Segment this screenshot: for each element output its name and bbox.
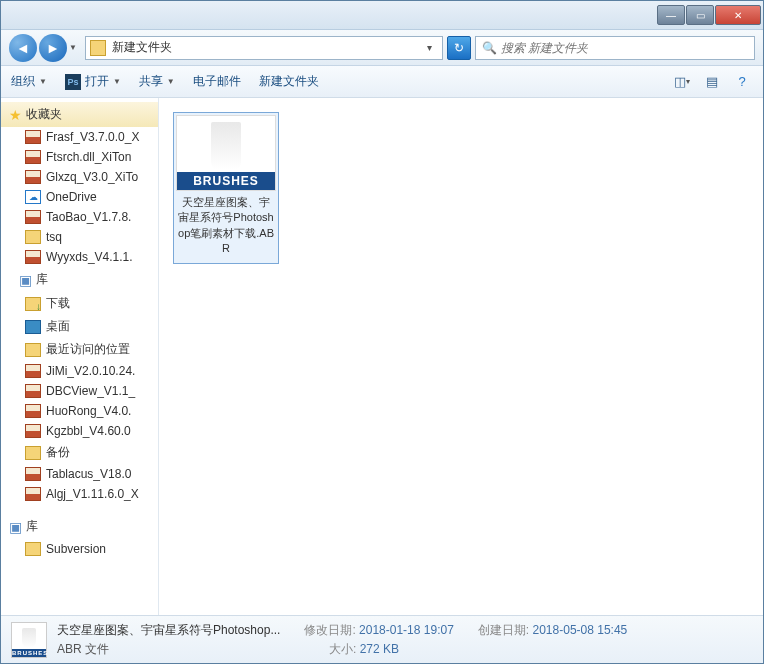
search-bar[interactable]: 🔍 <box>475 36 755 60</box>
sidebar-item[interactable]: Tablacus_V18.0 <box>1 464 158 484</box>
view-options-button[interactable]: ◫▾ <box>671 71 693 93</box>
sidebar-item[interactable]: TaoBao_V1.7.8. <box>1 207 158 227</box>
details-filetype: ABR 文件 <box>57 641 305 658</box>
sidebar-item[interactable]: 桌面 <box>1 315 158 338</box>
details-pane: BRUSHES 天空星座图案、宇宙星系符号Photoshop... 修改日期: … <box>1 615 763 663</box>
back-button[interactable]: ◄ <box>9 34 37 62</box>
rar-icon <box>25 487 41 501</box>
rar-icon <box>25 424 41 438</box>
sidebar-item[interactable]: Frasf_V3.7.0.0_X <box>1 127 158 147</box>
rar-icon <box>25 250 41 264</box>
libraries-group-2[interactable]: ▣库 <box>1 514 158 539</box>
rar-icon <box>25 364 41 378</box>
sidebar-item[interactable]: Algj_V1.11.6.0_X <box>1 484 158 504</box>
open-menu[interactable]: Ps打开▼ <box>65 73 121 90</box>
address-text: 新建文件夹 <box>112 39 420 56</box>
loc-icon <box>25 343 41 357</box>
libraries-group[interactable]: ▣库 <box>1 267 158 292</box>
sidebar: ★收藏夹 Frasf_V3.7.0.0_XFtsrch.dll_XiTonGlx… <box>1 98 159 615</box>
forward-button[interactable]: ► <box>39 34 67 62</box>
sidebar-item[interactable]: Kgzbbl_V4.60.0 <box>1 421 158 441</box>
organize-menu[interactable]: 组织▼ <box>11 73 47 90</box>
help-button[interactable]: ? <box>731 71 753 93</box>
sidebar-item[interactable]: tsq <box>1 227 158 247</box>
content-area[interactable]: BRUSHES 天空星座图案、宇宙星系符号Photoshop笔刷素材下载.ABR <box>159 98 763 615</box>
folder-icon <box>25 542 41 556</box>
rar-icon <box>25 150 41 164</box>
nav-arrows: ◄ ► ▼ <box>9 34 81 62</box>
details-size: 272 KB <box>360 642 399 656</box>
favorites-group[interactable]: ★收藏夹 <box>1 102 158 127</box>
sidebar-item[interactable]: 最近访问的位置 <box>1 338 158 361</box>
rar-icon <box>25 170 41 184</box>
star-icon: ★ <box>9 107 22 123</box>
address-bar[interactable]: 新建文件夹 ▾ <box>85 36 443 60</box>
search-icon: 🔍 <box>482 41 497 55</box>
history-dropdown[interactable]: ▼ <box>69 43 81 52</box>
fld-icon <box>25 230 41 244</box>
desk-icon <box>25 320 41 334</box>
details-created: 2018-05-08 15:45 <box>533 623 628 637</box>
search-input[interactable] <box>501 41 748 55</box>
fld-icon <box>25 446 41 460</box>
window-titlebar: — ▭ ✕ <box>1 1 763 30</box>
file-name: 天空星座图案、宇宙星系符号Photoshop笔刷素材下载.ABR <box>176 191 276 261</box>
library-icon: ▣ <box>9 519 22 535</box>
sidebar-item[interactable]: 下载 <box>1 292 158 315</box>
share-menu[interactable]: 共享▼ <box>139 73 175 90</box>
brush-icon <box>211 122 241 170</box>
rar-icon <box>25 384 41 398</box>
toolbar: 组织▼ Ps打开▼ 共享▼ 电子邮件 新建文件夹 ◫▾ ▤ ? <box>1 66 763 98</box>
file-thumbnail: BRUSHES <box>176 115 276 191</box>
minimize-button[interactable]: — <box>657 5 685 25</box>
sidebar-item[interactable]: Glxzq_V3.0_XiTo <box>1 167 158 187</box>
folder-icon <box>90 40 106 56</box>
rar-icon <box>25 467 41 481</box>
dl-icon <box>25 297 41 311</box>
rar-icon <box>25 210 41 224</box>
od-icon: ☁ <box>25 190 41 204</box>
brush-label: BRUSHES <box>177 172 275 190</box>
sidebar-item[interactable]: ☁OneDrive <box>1 187 158 207</box>
details-thumbnail: BRUSHES <box>11 622 47 658</box>
details-filename: 天空星座图案、宇宙星系符号Photoshop... <box>57 622 280 639</box>
rar-icon <box>25 404 41 418</box>
sidebar-item[interactable]: Ftsrch.dll_XiTon <box>1 147 158 167</box>
sidebar-item[interactable]: DBCView_V1.1_ <box>1 381 158 401</box>
sidebar-item[interactable]: JiMi_V2.0.10.24. <box>1 361 158 381</box>
maximize-button[interactable]: ▭ <box>686 5 714 25</box>
sidebar-item[interactable]: HuoRong_V4.0. <box>1 401 158 421</box>
preview-pane-button[interactable]: ▤ <box>701 71 723 93</box>
address-dropdown[interactable]: ▾ <box>420 38 438 58</box>
photoshop-icon: Ps <box>65 74 81 90</box>
close-button[interactable]: ✕ <box>715 5 761 25</box>
email-button[interactable]: 电子邮件 <box>193 73 241 90</box>
navigation-bar: ◄ ► ▼ 新建文件夹 ▾ ↻ 🔍 <box>1 30 763 66</box>
newfolder-button[interactable]: 新建文件夹 <box>259 73 319 90</box>
sidebar-item[interactable]: Subversion <box>1 539 158 559</box>
rar-icon <box>25 130 41 144</box>
sidebar-item[interactable]: 备份 <box>1 441 158 464</box>
file-item-selected[interactable]: BRUSHES 天空星座图案、宇宙星系符号Photoshop笔刷素材下载.ABR <box>173 112 279 264</box>
details-modified: 2018-01-18 19:07 <box>359 623 454 637</box>
library-icon: ▣ <box>19 272 32 288</box>
refresh-button[interactable]: ↻ <box>447 36 471 60</box>
main-area: ★收藏夹 Frasf_V3.7.0.0_XFtsrch.dll_XiTonGlx… <box>1 98 763 615</box>
sidebar-item[interactable]: Wyyxds_V4.1.1. <box>1 247 158 267</box>
